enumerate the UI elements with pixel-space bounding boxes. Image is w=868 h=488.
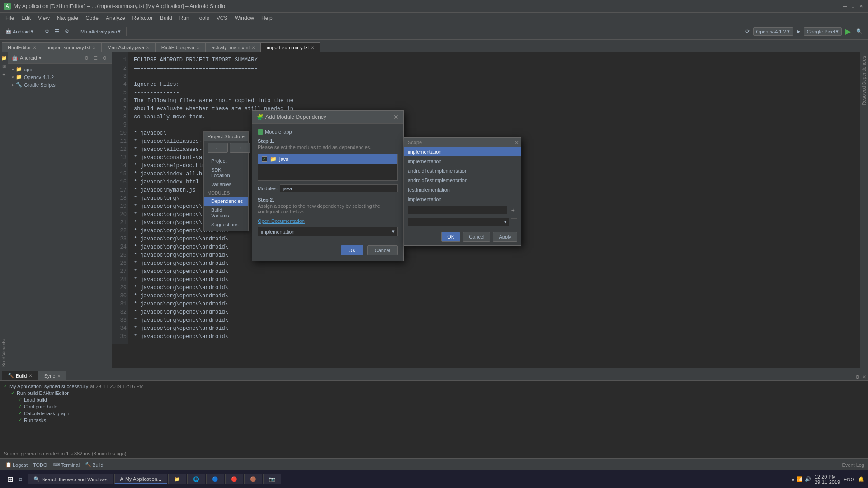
proj-layout-btn[interactable]: ☰ [92, 54, 99, 61]
start-button[interactable]: ⊞ [4, 473, 17, 485]
menu-code[interactable]: Code [82, 14, 102, 22]
menu-analyze[interactable]: Analyze [102, 14, 129, 22]
popup-forward-btn[interactable]: → [230, 143, 250, 153]
popup-build-variants[interactable]: Build Variants [204, 206, 248, 220]
build-variants-label[interactable]: Build Variants [0, 338, 7, 368]
build-status-item[interactable]: ✓ My Application: synced successfully at… [4, 383, 864, 389]
tab-import-summary[interactable]: import-summary.txt ✕ [42, 42, 101, 52]
tab-import-summary-active[interactable]: import-summary.txt ✕ [261, 42, 320, 52]
tab-sync-close[interactable]: ✕ [57, 374, 61, 379]
popup-back-btn[interactable]: ← [208, 143, 228, 153]
taskbar-time[interactable]: 12:20 PM 29-11-2019 [815, 474, 840, 485]
close-button[interactable]: ✕ [858, 3, 864, 9]
scope-dropdown[interactable]: implementation ▾ [258, 227, 398, 236]
tab-richeditor[interactable]: RichEditor.java ✕ [156, 42, 206, 52]
tab-activity-close[interactable]: ✕ [251, 45, 255, 50]
scope-panel-close-btn[interactable]: ✕ [514, 140, 519, 146]
menu-view[interactable]: View [34, 14, 53, 22]
build-load-item[interactable]: ✓ Load build [18, 396, 864, 403]
toolbar-gear-btn[interactable]: ⚙ [63, 28, 71, 35]
toolbar-search-btn[interactable]: 🔍 [854, 28, 864, 35]
proj-settings-btn[interactable]: ⚙ [83, 54, 90, 61]
lang-indicator[interactable]: ENG [844, 477, 854, 482]
tab-build[interactable]: 🔨 Build ✕ [2, 371, 38, 380]
popup-variables[interactable]: Variables [204, 180, 248, 189]
tool-todo-btn[interactable]: TODO [31, 461, 49, 469]
tab-htmleditor-close[interactable]: ✕ [33, 45, 36, 50]
tab-mainactivity[interactable]: MainActivity.java ✕ [102, 42, 156, 52]
scope-row-3[interactable]: androidTestImplementation [404, 176, 521, 185]
tray-sound[interactable]: 🔊 [805, 476, 811, 482]
device-dropdown[interactable]: Google Pixel ▾ [804, 27, 842, 36]
scope-row-1[interactable]: implementation [404, 157, 521, 166]
tool-logcat-btn[interactable]: 📋 Logcat [4, 461, 29, 469]
toolbar-layout-btn[interactable]: ☰ [53, 28, 61, 35]
notification-btn[interactable]: 🔔 [858, 476, 864, 482]
scope-ok-btn[interactable]: OK [441, 232, 460, 242]
event-log-label[interactable]: Event Log [842, 462, 864, 468]
dialog-cancel-btn[interactable]: Cancel [367, 245, 398, 255]
popup-sdk[interactable]: SDK Location [204, 165, 248, 180]
menu-help[interactable]: Help [258, 14, 276, 22]
bottom-close-btn[interactable]: ✕ [861, 373, 868, 380]
menu-run[interactable]: Run [176, 14, 193, 22]
popup-dependencies[interactable]: Dependencies [204, 197, 248, 206]
scope-row-4[interactable]: testImplementation [404, 185, 521, 195]
search-bar[interactable]: 🔍 Search the web and Windows [28, 474, 113, 484]
maximize-button[interactable]: □ [850, 3, 856, 9]
scope-box-btn[interactable]: | [511, 218, 517, 226]
toolbar-settings-btn[interactable]: ⚙ [43, 28, 51, 35]
open-doc-link[interactable]: Open Documentation [258, 218, 305, 224]
tray-expand[interactable]: ∧ [791, 476, 795, 482]
menu-file[interactable]: File [2, 14, 18, 22]
scope-row-2[interactable]: androidTestImplementation [404, 166, 521, 176]
toolbar-sync-btn[interactable]: ⟳ [744, 28, 751, 35]
tab-htmleditor[interactable]: HtmlEditor ✕ [2, 42, 42, 52]
tab-sync[interactable]: Sync ✕ [38, 371, 66, 380]
popup-project[interactable]: Project [204, 156, 248, 165]
tab-import-close[interactable]: ✕ [92, 45, 96, 50]
task5[interactable]: 🔴 [225, 474, 243, 484]
tree-item-opencv[interactable]: ▾ 📁 Opencv-4.1.2 [10, 73, 110, 81]
build-task-graph-item[interactable]: ✓ Calculate task graph [18, 410, 864, 417]
tab-build-close[interactable]: ✕ [28, 373, 32, 378]
tree-item-app[interactable]: ▾ 📁 app [10, 66, 110, 73]
tab-rich-close[interactable]: ✕ [196, 45, 200, 50]
build-run-tasks-item[interactable]: ✓ Run tasks [18, 417, 864, 423]
scope-cancel-btn[interactable]: Cancel [463, 232, 490, 242]
scope-dropdown-box[interactable]: ▾ [408, 218, 509, 226]
task7[interactable]: 📷 [263, 474, 281, 484]
scope-apply-btn[interactable]: Apply [493, 232, 517, 242]
menu-vcs[interactable]: VCS [213, 14, 231, 22]
module-list-item-java[interactable]: ✓ 📁 java [258, 154, 397, 164]
tree-item-gradle[interactable]: ▸ 🔧 Gradle Scripts [10, 81, 110, 89]
task3[interactable]: 🌐 [187, 474, 205, 484]
menu-refactor[interactable]: Refactor [129, 14, 156, 22]
tool-terminal-btn[interactable]: ⌨ Terminal [51, 461, 82, 469]
scope-search-input[interactable] [408, 206, 507, 214]
opencv-dropdown[interactable]: Opencv-4.1.2 ▾ [753, 27, 793, 36]
build-configure-item[interactable]: ✓ Configure build [18, 403, 864, 410]
tab-activity-main[interactable]: activity_main.xml ✕ [206, 42, 261, 52]
scope-row-0[interactable]: implementation [404, 147, 521, 157]
toolbar-run-btn[interactable]: ▶ [844, 26, 853, 37]
android-studio-task[interactable]: A My Application... [114, 474, 167, 484]
popup-suggestions[interactable]: Suggestions [204, 220, 248, 229]
tab-import-active-close[interactable]: ✕ [311, 45, 314, 50]
menu-navigate[interactable]: Navigate [53, 14, 82, 22]
build-run-item[interactable]: ✓ Run build D:\HtmlEditor [11, 389, 864, 396]
menu-window[interactable]: Window [231, 14, 258, 22]
java-checkbox[interactable]: ✓ [262, 156, 267, 162]
menu-tools[interactable]: Tools [193, 14, 213, 22]
sidebar-structure-btn[interactable]: ⊞ [0, 62, 8, 70]
resolved-deps-label[interactable]: Resolved Dependencies [861, 54, 868, 107]
tool-build-btn[interactable]: 🔨 Build [83, 461, 105, 469]
toolbar-android-btn[interactable]: 🤖 Android ▾ [4, 28, 35, 35]
task4[interactable]: 🔵 [206, 474, 224, 484]
toolbar-file-btn[interactable]: MainActivity.java ▾ [79, 28, 123, 35]
scope-add-btn[interactable]: + [509, 206, 517, 214]
tray-network[interactable]: 📶 [797, 476, 803, 482]
bottom-settings-btn[interactable]: ⚙ [854, 373, 861, 380]
menu-edit[interactable]: Edit [18, 14, 34, 22]
sidebar-project-btn[interactable]: 📁 [0, 54, 8, 61]
